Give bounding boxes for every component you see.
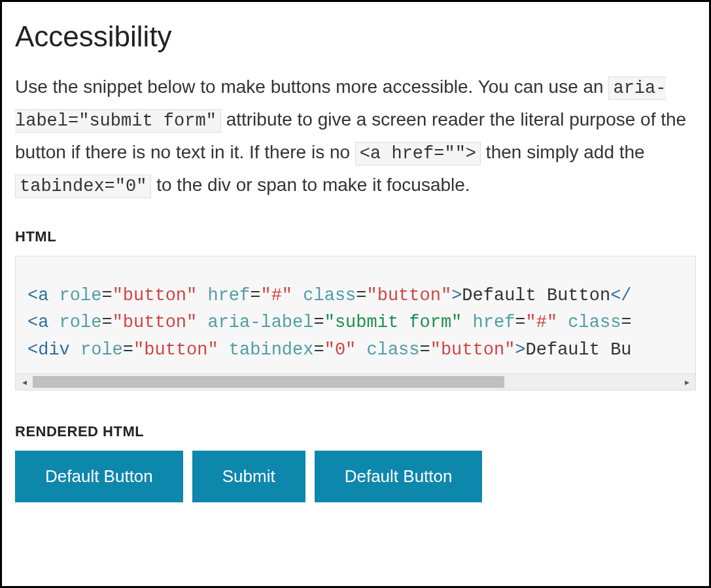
scroll-thumb[interactable] xyxy=(33,376,504,388)
intro-text-3: then simply add the xyxy=(486,142,645,162)
code-token: role xyxy=(60,313,102,332)
code-token: "#" xyxy=(526,313,558,332)
code-token: class xyxy=(367,340,420,360)
scroll-right-arrow-icon[interactable]: ▸ xyxy=(678,377,695,387)
code-token: Default Bu xyxy=(526,340,632,360)
code-token: "submit form" xyxy=(324,313,462,332)
code-token: aria-label xyxy=(207,313,313,332)
page-title: Accessibility xyxy=(15,20,696,53)
code-token: = xyxy=(621,313,631,332)
inline-code-a-href: <a href=""> xyxy=(355,142,481,165)
section-label-html: HTML xyxy=(15,228,696,245)
code-token: <div xyxy=(27,340,70,360)
intro-paragraph: Use the snippet below to make buttons mo… xyxy=(15,71,696,202)
code-token: role xyxy=(80,340,123,360)
code-token: href xyxy=(473,313,515,332)
code-token: role xyxy=(60,286,102,305)
code-token: class xyxy=(568,313,621,332)
page: Accessibility Use the snippet below to m… xyxy=(0,0,711,588)
code-token: <a xyxy=(27,286,48,305)
code-token: "button" xyxy=(430,340,515,360)
code-token: tabindex xyxy=(229,340,314,360)
code-token: > xyxy=(515,340,525,360)
code-token: "#" xyxy=(260,286,292,305)
code-line-1: <a role="button" href="#" class="button"… xyxy=(27,283,695,310)
code-content: <a role="button" href="#" class="button"… xyxy=(16,283,695,374)
code-token: class xyxy=(303,286,356,305)
code-line-2: <a role="button" aria-label="submit form… xyxy=(27,309,695,337)
section-label-rendered: RENDERED HTML xyxy=(15,423,696,440)
code-token: "0" xyxy=(324,340,356,360)
intro-text-1: Use the snippet below to make buttons mo… xyxy=(15,77,608,97)
code-token: Default Button xyxy=(462,286,610,305)
intro-text-4: to the div or span to make it focusable. xyxy=(156,175,470,195)
code-token: > xyxy=(451,286,462,305)
code-line-3: <div role="button" tabindex="0" class="b… xyxy=(27,337,695,364)
code-token: "button" xyxy=(113,313,198,332)
code-block: <a role="button" href="#" class="button"… xyxy=(15,256,696,391)
code-token: "button" xyxy=(113,286,198,305)
code-token: href xyxy=(207,286,250,305)
code-token: "button" xyxy=(367,286,452,305)
inline-code-tabindex: tabindex="0" xyxy=(15,175,151,198)
code-token: </ xyxy=(610,286,631,305)
rendered-button-row: Default Button Submit Default Button xyxy=(15,451,696,502)
default-button-2[interactable]: Default Button xyxy=(315,451,483,502)
code-token: <a xyxy=(27,313,48,332)
scroll-track[interactable] xyxy=(33,376,678,388)
scroll-left-arrow-icon[interactable]: ◂ xyxy=(16,377,33,387)
horizontal-scrollbar[interactable]: ◂ ▸ xyxy=(16,373,695,390)
submit-button[interactable]: Submit xyxy=(192,451,305,502)
default-button-1[interactable]: Default Button xyxy=(15,451,183,502)
code-token: "button" xyxy=(133,340,218,360)
